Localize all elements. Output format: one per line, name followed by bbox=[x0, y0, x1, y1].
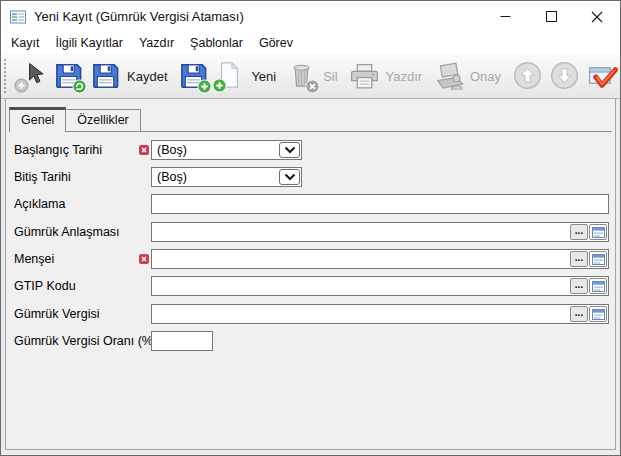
open-lookup-window-button[interactable] bbox=[589, 251, 607, 267]
gumruk-anlasmasi-field-wrap: ... bbox=[151, 222, 609, 242]
form-row-baslangic-tarihi: Başlangıç Tarihi (Boş) bbox=[6, 140, 615, 160]
aciklama-label: Açıklama bbox=[14, 194, 65, 214]
bitis-tarihi-dropdown[interactable]: (Boş) bbox=[151, 167, 302, 187]
title-bar: Yeni Kayıt (Gümrük Vergisi Ataması) bbox=[1, 1, 620, 32]
maximize-icon bbox=[546, 11, 557, 22]
new-button-label: Yeni bbox=[246, 69, 282, 84]
browse-ellipsis-button[interactable]: ... bbox=[570, 251, 588, 267]
lookup-window-icon bbox=[592, 227, 605, 238]
gumruk-anlasmasi-label: Gümrük Anlaşması bbox=[14, 222, 120, 242]
mensei-input[interactable] bbox=[154, 251, 564, 267]
gumruk-vergisi-orani-input[interactable] bbox=[154, 333, 208, 349]
open-lookup-window-button[interactable] bbox=[589, 306, 607, 322]
browse-ellipsis-button[interactable]: ... bbox=[570, 306, 588, 322]
save-refresh-icon bbox=[53, 60, 85, 92]
print-button-label: Yazdır bbox=[380, 69, 428, 84]
gumruk-vergisi-orani-label: Gümrük Vergisi Oranı (%) bbox=[14, 331, 157, 351]
maximize-button[interactable] bbox=[528, 1, 574, 32]
form-row-mensei: Menşei ... bbox=[6, 249, 615, 269]
form-row-gumruk-vergisi-orani: Gümrük Vergisi Oranı (%) bbox=[6, 331, 615, 351]
gumruk-anlasmasi-input[interactable] bbox=[154, 224, 564, 240]
form-record-icon bbox=[10, 9, 26, 25]
menu-sablonlar[interactable]: Şablonlar bbox=[182, 34, 251, 52]
bitis-tarihi-value: (Boş) bbox=[157, 168, 187, 186]
menu-bar: Kayıt İlgili Kayıtlar Yazdır Şablonlar G… bbox=[1, 32, 620, 54]
mensei-field-wrap: ... bbox=[151, 249, 609, 269]
save-button-label: Kaydet bbox=[122, 69, 173, 84]
form-row-gumruk-vergisi: Gümrük Vergisi ... bbox=[6, 304, 615, 324]
menu-kayit[interactable]: Kayıt bbox=[3, 34, 48, 52]
content-panel: Genel Özellikler Başlangıç Tarihi (Boş) … bbox=[5, 99, 616, 450]
gumruk-vergisi-input[interactable] bbox=[154, 306, 564, 322]
window-title: Yeni Kayıt (Gümrük Vergisi Ataması) bbox=[34, 9, 244, 24]
chevron-down-icon[interactable] bbox=[279, 142, 300, 158]
gumruk-vergisi-field-wrap: ... bbox=[151, 304, 609, 324]
toolbar-grip-handle[interactable] bbox=[4, 59, 6, 93]
browse-ellipsis-button[interactable]: ... bbox=[570, 224, 588, 240]
form-row-aciklama: Açıklama bbox=[6, 194, 615, 214]
gumruk-vergisi-label: Gümrük Vergisi bbox=[14, 304, 99, 324]
minimize-icon bbox=[500, 11, 511, 22]
required-icon bbox=[139, 254, 149, 264]
menu-ilgili-kayitlar[interactable]: İlgili Kayıtlar bbox=[48, 34, 131, 52]
required-icon bbox=[139, 145, 149, 155]
gtip-kodu-field-wrap: ... bbox=[151, 276, 609, 296]
lookup-window-icon bbox=[592, 281, 605, 292]
gumruk-vergisi-orani-field-wrap bbox=[151, 331, 213, 351]
gtip-kodu-input[interactable] bbox=[154, 278, 564, 294]
tab-ozellikler[interactable]: Özellikler bbox=[66, 109, 140, 131]
move-up-icon bbox=[512, 60, 544, 92]
dialog-window: Yeni Kayıt (Gümrük Vergisi Ataması) Kayı… bbox=[0, 0, 621, 456]
move-up-button[interactable] bbox=[510, 58, 546, 94]
mensei-label: Menşei bbox=[14, 249, 54, 269]
baslangic-tarihi-dropdown[interactable]: (Boş) bbox=[151, 140, 302, 160]
minimize-button[interactable] bbox=[482, 1, 528, 32]
open-lookup-window-button[interactable] bbox=[589, 224, 607, 240]
menu-gorev[interactable]: Görev bbox=[251, 34, 301, 52]
cursor-add-icon bbox=[16, 60, 48, 92]
form-row-gtip-kodu: GTIP Kodu ... bbox=[6, 276, 615, 296]
delete-button[interactable]: Sil bbox=[284, 58, 345, 94]
tab-genel[interactable]: Genel bbox=[9, 107, 66, 132]
browse-ellipsis-button[interactable]: ... bbox=[570, 278, 588, 294]
approve-button-label: Onay bbox=[465, 69, 507, 84]
new-record-button[interactable]: Yeni bbox=[212, 58, 284, 94]
baslangic-tarihi-value: (Boş) bbox=[157, 141, 187, 159]
chevron-down-icon[interactable] bbox=[279, 169, 300, 185]
aciklama-input[interactable] bbox=[154, 196, 604, 212]
gtip-kodu-label: GTIP Kodu bbox=[14, 276, 76, 296]
move-down-button[interactable] bbox=[547, 58, 583, 94]
select-add-button[interactable] bbox=[14, 58, 50, 94]
close-icon bbox=[591, 11, 603, 23]
open-lookup-window-button[interactable] bbox=[589, 278, 607, 294]
save-new-icon bbox=[178, 60, 210, 92]
close-button[interactable] bbox=[574, 1, 620, 32]
delete-icon bbox=[286, 60, 318, 92]
confirm-window-icon bbox=[586, 60, 618, 92]
save-refresh-button[interactable] bbox=[51, 58, 87, 94]
save-new-button[interactable] bbox=[176, 58, 212, 94]
menu-yazdir[interactable]: Yazdır bbox=[131, 34, 182, 52]
baslangic-tarihi-label: Başlangıç Tarihi bbox=[14, 140, 102, 160]
approve-button[interactable]: Onay bbox=[431, 58, 509, 94]
save-button[interactable]: Kaydet bbox=[88, 58, 175, 94]
lookup-window-icon bbox=[592, 254, 605, 265]
confirm-button[interactable] bbox=[584, 58, 620, 94]
tab-strip: Genel Özellikler bbox=[9, 108, 612, 132]
print-icon bbox=[348, 60, 380, 92]
lookup-window-icon bbox=[592, 309, 605, 320]
form-row-gumruk-anlasmasi: Gümrük Anlaşması ... bbox=[6, 222, 615, 242]
print-button[interactable]: Yazdır bbox=[346, 58, 430, 94]
form-row-bitis-tarihi: Bitiş Tarihi (Boş) bbox=[6, 167, 615, 187]
new-record-icon bbox=[214, 60, 246, 92]
move-down-icon bbox=[549, 60, 581, 92]
toolbar: Kaydet bbox=[1, 54, 620, 99]
window-controls bbox=[482, 1, 620, 32]
approve-icon bbox=[433, 60, 465, 92]
delete-button-label: Sil bbox=[318, 69, 343, 84]
aciklama-field-wrap bbox=[151, 194, 609, 214]
save-icon bbox=[90, 60, 122, 92]
bitis-tarihi-label: Bitiş Tarihi bbox=[14, 167, 71, 187]
